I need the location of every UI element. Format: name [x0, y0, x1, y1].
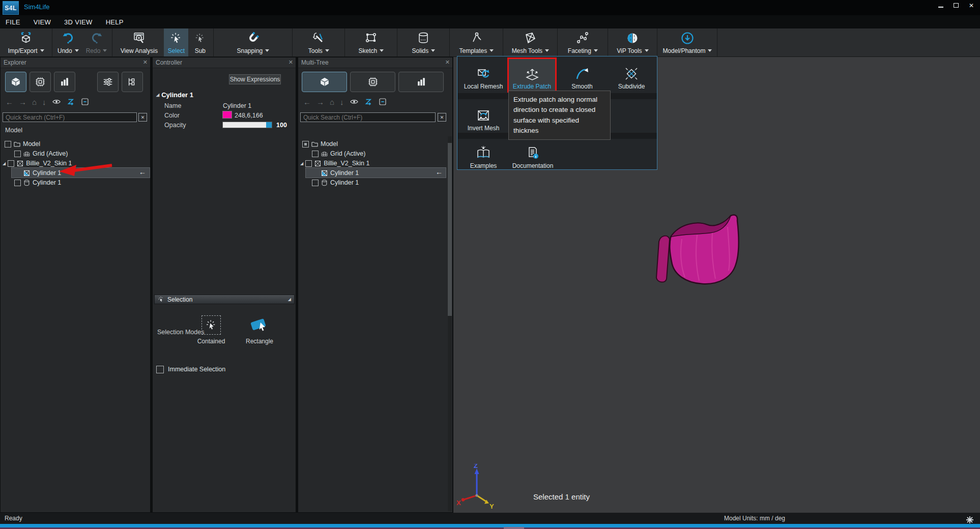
chevron-down-icon[interactable] [325, 49, 329, 54]
tree-label[interactable]: Grid (Active) [33, 150, 68, 157]
explorer-tab-model[interactable] [5, 72, 26, 92]
checkbox[interactable] [312, 180, 319, 186]
down-arrow-icon[interactable]: ↓ [340, 98, 344, 106]
menu-view[interactable]: VIEW [34, 18, 51, 26]
vip-tools-button[interactable]: ViP Tools [610, 28, 655, 56]
multitree-tab-model[interactable] [302, 72, 347, 92]
chevron-down-icon[interactable] [40, 49, 44, 54]
down-arrow-icon[interactable]: ↓ [42, 98, 46, 106]
tree-label[interactable]: Cylinder 1 [33, 179, 61, 186]
mode-rectangle-button[interactable] [248, 314, 271, 335]
mode-contained-button[interactable] [201, 315, 221, 335]
model-3d-shape[interactable] [631, 203, 763, 300]
examples-button[interactable]: Examples [459, 139, 507, 170]
faceting-button[interactable]: Faceting [559, 28, 606, 56]
expander-icon[interactable]: ◢ [300, 161, 303, 166]
invert-mesh-button[interactable]: Invert Mesh [459, 101, 507, 133]
checkbox[interactable] [8, 160, 14, 167]
back-icon[interactable]: ← [6, 98, 13, 106]
tree-label[interactable]: Cylinder 1 [330, 169, 359, 177]
color-swatch[interactable] [222, 111, 232, 119]
sub-select-button[interactable]: Sub [188, 28, 212, 56]
tree-label[interactable]: Grid (Active) [330, 150, 365, 157]
expander-icon[interactable]: ◢ [3, 161, 6, 166]
solids-button[interactable]: Solids [399, 28, 448, 56]
show-expressions-button[interactable]: Show Expressions [229, 74, 281, 84]
immediate-selection-checkbox[interactable] [156, 366, 164, 373]
menu-help[interactable]: HELP [106, 18, 124, 26]
multitree-search-clear-button[interactable]: ✕ [438, 113, 446, 122]
opacity-slider[interactable] [222, 122, 272, 128]
tree-row-model[interactable]: Model [302, 139, 338, 149]
home-icon[interactable]: ⌂ [32, 98, 37, 106]
close-button[interactable]: ✕ [966, 1, 977, 10]
name-value[interactable]: Cylinder 1 [223, 102, 251, 109]
eye-icon[interactable] [52, 97, 61, 106]
minimize-button[interactable] [935, 1, 946, 10]
checkbox[interactable] [14, 180, 21, 186]
chevron-down-icon[interactable] [708, 49, 712, 54]
tree-row-grid[interactable]: Grid (Active) [14, 149, 68, 158]
chevron-down-icon[interactable] [645, 49, 649, 54]
explorer-search-input[interactable] [3, 112, 137, 122]
checkbox[interactable] [312, 151, 319, 157]
collapse-all-icon[interactable] [379, 98, 387, 106]
menu-3d-view[interactable]: 3D VIEW [64, 18, 93, 26]
scrollbar-thumb[interactable] [448, 143, 452, 316]
sketch-button[interactable]: Sketch [347, 28, 395, 56]
chevron-down-icon[interactable] [431, 49, 435, 54]
object-header[interactable]: ◢ Cylinder 1 [156, 90, 193, 99]
local-remesh-button[interactable]: Local Remesh [459, 60, 507, 91]
tree-row-model[interactable]: Model [5, 139, 40, 149]
mesh-tools-button[interactable]: Mesh Tools [505, 28, 556, 56]
explorer-search-clear-button[interactable]: ✕ [138, 113, 147, 122]
collapse-all-icon[interactable] [81, 98, 89, 106]
close-icon[interactable]: ✕ [143, 59, 148, 66]
undo-button[interactable]: Undo [54, 28, 82, 56]
chevron-down-icon[interactable] [265, 49, 269, 54]
checkbox[interactable] [14, 151, 21, 157]
chevron-down-icon[interactable] [594, 49, 598, 54]
zoom-to-icon[interactable] [67, 98, 75, 106]
checkbox[interactable] [305, 160, 312, 167]
tree-row-grid[interactable]: Grid (Active) [312, 149, 365, 158]
close-icon[interactable]: ✕ [445, 59, 450, 66]
close-icon[interactable]: ✕ [289, 59, 293, 66]
explorer-tab-analysis[interactable] [54, 72, 75, 92]
snapping-button[interactable]: Snapping [215, 28, 291, 56]
model-phantom-button[interactable]: Model/Phantom [659, 28, 715, 56]
chevron-down-icon[interactable] [380, 49, 384, 54]
smooth-button[interactable]: Smooth [558, 60, 606, 91]
zoom-to-icon[interactable] [364, 98, 373, 106]
chevron-down-icon[interactable] [545, 49, 549, 54]
explorer-tab-filter[interactable] [97, 72, 119, 92]
forward-icon[interactable]: → [19, 98, 26, 106]
tree-label[interactable]: Cylinder 1 [330, 179, 359, 186]
tree-row-cylinder-2[interactable]: Cylinder 1 [14, 178, 61, 187]
checkbox-partial[interactable] [302, 141, 309, 148]
menu-file[interactable]: FILE [6, 18, 20, 26]
view-analysis-button[interactable]: View Analysis [114, 28, 164, 56]
imp-export-button[interactable]: Imp/Export [2, 28, 50, 56]
tree-label[interactable]: Model [321, 140, 338, 148]
expander-icon[interactable]: ◢ [156, 93, 159, 97]
tools-button[interactable]: Tools [294, 28, 343, 56]
multitree-tab-simulation[interactable] [350, 72, 395, 92]
collapse-triangle-icon[interactable]: ◢ [288, 297, 291, 302]
multitree-tab-analysis[interactable] [398, 72, 444, 92]
maximize-button[interactable] [950, 1, 962, 10]
extrude-patch-button[interactable]: Extrude Patch [507, 57, 557, 93]
selection-section-header[interactable]: Selection ◢ [154, 295, 295, 304]
tree-row-cylinder-selected[interactable]: Cylinder 1 [319, 168, 359, 178]
opacity-slider-handle[interactable] [266, 122, 272, 128]
tree-label[interactable]: Model [23, 140, 40, 148]
redo-button[interactable]: Redo [82, 28, 111, 56]
checkbox[interactable] [5, 141, 11, 148]
forward-icon[interactable]: → [316, 98, 324, 106]
select-button[interactable]: Select [164, 28, 188, 56]
home-icon[interactable]: ⌂ [330, 98, 334, 106]
color-value[interactable]: 248,6,166 [235, 112, 263, 119]
immediate-selection-row[interactable]: Immediate Selection [156, 365, 225, 374]
back-icon[interactable]: ← [303, 98, 311, 106]
tree-row-cylinder-2[interactable]: Cylinder 1 [312, 178, 359, 187]
